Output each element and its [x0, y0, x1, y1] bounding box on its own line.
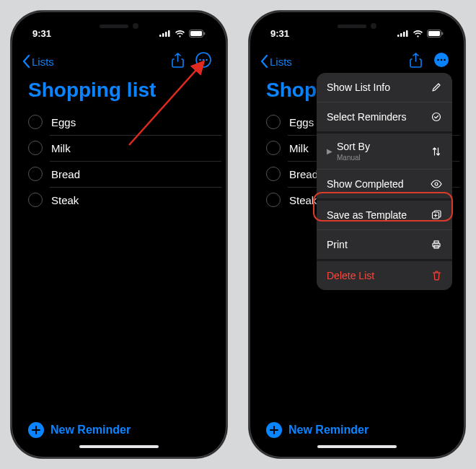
- menu-subtitle: Manual: [337, 154, 370, 162]
- reminders-list: Eggs Milk Bread Steak: [17, 109, 221, 213]
- more-icon[interactable]: [195, 52, 211, 71]
- svg-rect-6: [204, 32, 206, 35]
- battery-icon: [189, 30, 206, 38]
- menu-label: Delete List: [327, 270, 374, 281]
- svg-rect-3: [168, 30, 170, 37]
- svg-rect-14: [403, 32, 405, 37]
- menu-label: Save as Template: [327, 209, 407, 221]
- home-indicator: [317, 445, 397, 448]
- template-icon: [431, 210, 442, 220]
- item-label: Bread: [51, 168, 80, 180]
- new-reminder-label: New Reminder: [50, 424, 131, 437]
- svg-rect-0: [159, 35, 162, 37]
- new-reminder-button[interactable]: New Reminder: [266, 422, 369, 438]
- cellular-icon: [159, 30, 171, 37]
- item-label: Steak: [51, 194, 79, 206]
- menu-delete-list[interactable]: Delete List: [317, 259, 452, 290]
- list-item[interactable]: Milk: [17, 135, 221, 161]
- item-label: Milk: [289, 142, 309, 154]
- chevron-right-icon: ▶: [327, 147, 332, 155]
- toggle-circle-icon[interactable]: [266, 193, 281, 207]
- status-time: 9:31: [32, 28, 51, 39]
- list-item[interactable]: Steak: [17, 187, 221, 213]
- cellular-icon: [397, 30, 409, 37]
- phone-notch: [317, 17, 397, 35]
- nav-bar: Lists: [255, 47, 459, 74]
- svg-rect-5: [190, 31, 202, 36]
- toggle-circle-icon[interactable]: [28, 115, 43, 129]
- list-item[interactable]: Bread: [17, 161, 221, 187]
- nav-bar: Lists: [17, 47, 221, 74]
- pencil-icon: [431, 82, 442, 92]
- share-icon[interactable]: [410, 53, 422, 71]
- svg-point-24: [435, 183, 438, 185]
- menu-sort-by[interactable]: ▶ Sort By Manual: [317, 131, 452, 169]
- arrows-up-down-icon: [431, 146, 442, 157]
- phone-screen: 9:31 Lists: [17, 17, 221, 452]
- printer-icon: [431, 240, 442, 250]
- phone-frame-right: 9:31 Lists: [249, 11, 465, 458]
- status-time: 9:31: [270, 28, 289, 39]
- menu-label: Show List Info: [327, 82, 390, 93]
- new-reminder-label: New Reminder: [288, 424, 369, 437]
- share-icon[interactable]: [172, 53, 184, 71]
- menu-print[interactable]: Print: [317, 229, 452, 259]
- battery-icon: [427, 30, 444, 38]
- svg-point-8: [199, 59, 201, 61]
- context-menu: Show List Info Select Reminders ▶: [317, 73, 452, 290]
- more-icon[interactable]: [433, 52, 449, 71]
- toggle-circle-icon[interactable]: [28, 167, 43, 181]
- item-label: Eggs: [289, 116, 314, 128]
- menu-label: Show Completed: [327, 178, 404, 190]
- checkmark-circle-icon: [431, 112, 442, 122]
- back-label: Lists: [270, 56, 292, 68]
- toggle-circle-icon[interactable]: [28, 193, 43, 207]
- svg-point-10: [206, 59, 208, 61]
- home-indicator: [79, 445, 159, 448]
- toggle-circle-icon[interactable]: [266, 115, 281, 129]
- eye-icon: [431, 180, 442, 188]
- item-label: Milk: [51, 142, 71, 154]
- svg-point-21: [441, 59, 443, 61]
- svg-rect-15: [406, 30, 408, 37]
- plus-circle-icon: [266, 422, 282, 438]
- menu-save-as-template[interactable]: Save as Template: [317, 198, 452, 229]
- menu-label: Print: [327, 239, 348, 250]
- back-button[interactable]: Lists: [260, 55, 292, 68]
- trash-icon: [431, 271, 442, 281]
- wifi-icon: [413, 30, 423, 38]
- plus-circle-icon: [28, 422, 44, 438]
- back-button[interactable]: Lists: [22, 55, 54, 68]
- svg-rect-17: [428, 31, 440, 36]
- list-item[interactable]: Eggs: [17, 109, 221, 135]
- svg-rect-18: [442, 32, 444, 35]
- new-reminder-button[interactable]: New Reminder: [28, 422, 131, 438]
- wifi-icon: [175, 30, 185, 38]
- phone-notch: [79, 17, 159, 35]
- menu-select-reminders[interactable]: Select Reminders: [317, 102, 452, 131]
- svg-rect-13: [400, 33, 402, 37]
- menu-show-completed[interactable]: Show Completed: [317, 169, 452, 198]
- svg-rect-27: [434, 241, 438, 243]
- menu-label: Select Reminders: [327, 111, 407, 123]
- svg-point-23: [433, 113, 441, 121]
- list-title: Shopping list: [17, 74, 221, 109]
- item-label: Steak: [289, 194, 317, 206]
- svg-point-22: [444, 59, 446, 61]
- phone-screen: 9:31 Lists: [255, 17, 459, 452]
- phone-frame-left: 9:31 Lists: [11, 11, 227, 458]
- toggle-circle-icon[interactable]: [266, 141, 281, 155]
- toggle-circle-icon[interactable]: [266, 167, 281, 181]
- item-label: Eggs: [51, 116, 76, 128]
- menu-show-list-info[interactable]: Show List Info: [317, 73, 452, 102]
- svg-point-20: [437, 59, 439, 61]
- toggle-circle-icon[interactable]: [28, 141, 43, 155]
- svg-rect-2: [165, 32, 167, 37]
- item-label: Bread: [289, 168, 318, 180]
- svg-point-9: [203, 59, 205, 61]
- svg-rect-1: [162, 33, 164, 37]
- back-label: Lists: [32, 56, 54, 68]
- menu-label: Sort By: [337, 141, 370, 152]
- svg-rect-12: [397, 35, 400, 37]
